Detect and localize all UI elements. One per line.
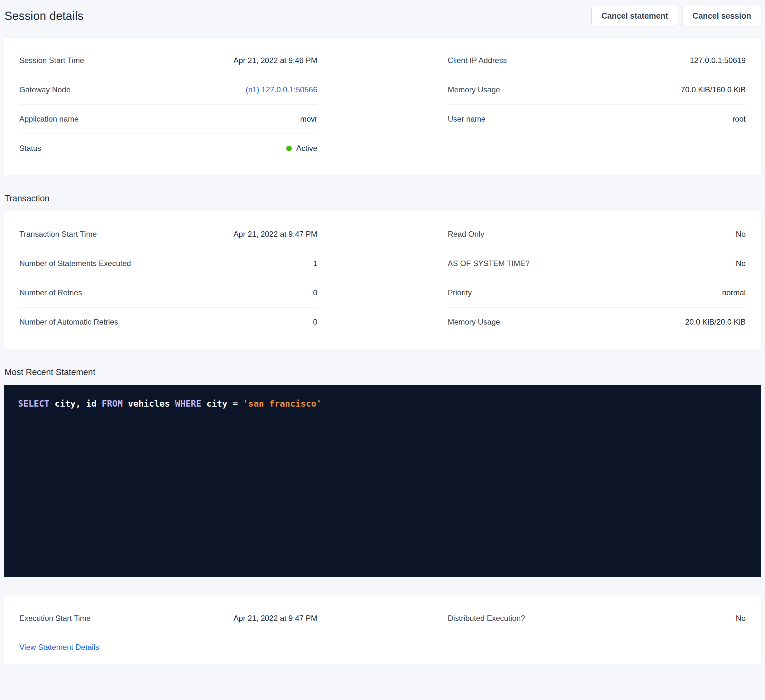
sql-text: city, id: [50, 399, 102, 408]
row-label: Priority: [448, 288, 472, 297]
row-label: Memory Usage: [448, 317, 501, 326]
row-label: Gateway Node: [19, 85, 71, 94]
distributed-execution-row: Distributed Execution? No: [448, 604, 746, 633]
page-header: Session details Cancel statement Cancel …: [4, 6, 761, 26]
sql-text: vehicles: [123, 399, 175, 408]
status-active-icon: [286, 146, 292, 151]
priority-row: Priority normal: [448, 278, 746, 308]
status-badge: Active: [286, 144, 317, 153]
sql-keyword: FROM: [102, 399, 123, 408]
sql-text: city =: [201, 399, 243, 408]
session-summary-right-column: Client IP Address 127.0.0.1:50619 Memory…: [448, 46, 746, 133]
row-label: Number of Statements Executed: [19, 259, 131, 268]
execution-left-column: Execution Start Time Apr 21, 2022 at 9:4…: [19, 604, 318, 652]
row-label: Session Start Time: [19, 56, 84, 65]
row-value: Apr 21, 2022 at 9:47 PM: [233, 614, 317, 623]
row-value: 0: [313, 288, 317, 297]
row-label: Memory Usage: [448, 85, 501, 94]
cancel-session-button[interactable]: Cancel session: [683, 6, 761, 26]
transaction-left-column: Transaction Start Time Apr 21, 2022 at 9…: [19, 220, 318, 336]
session-summary-left-column: Session Start Time Apr 21, 2022 at 9:46 …: [19, 46, 318, 163]
application-name-row: Application name movr: [19, 105, 318, 134]
execution-card: Execution Start Time Apr 21, 2022 at 9:4…: [4, 595, 761, 664]
cancel-statement-button[interactable]: Cancel statement: [592, 6, 678, 26]
row-value: root: [732, 115, 746, 124]
row-label: AS OF SYSTEM TIME?: [448, 259, 530, 268]
row-label: User name: [448, 115, 486, 124]
row-value: 0: [313, 317, 317, 326]
number-of-retries-row: Number of Retries 0: [19, 278, 318, 308]
header-actions: Cancel statement Cancel session: [592, 6, 761, 26]
execution-right-column: Distributed Execution? No: [448, 604, 746, 633]
statement-section-heading: Most Recent Statement: [4, 367, 761, 377]
row-label: Transaction Start Time: [19, 230, 97, 239]
execution-grid: Execution Start Time Apr 21, 2022 at 9:4…: [19, 604, 746, 652]
row-label: Client IP Address: [448, 56, 507, 65]
automatic-retries-row: Number of Automatic Retries 0: [19, 308, 318, 336]
row-label: Execution Start Time: [19, 614, 90, 623]
execution-start-time-row: Execution Start Time Apr 21, 2022 at 9:4…: [19, 604, 318, 633]
gateway-node-link[interactable]: (n1) 127.0.0.1:50566: [246, 85, 318, 94]
status-label: Active: [296, 144, 317, 153]
sql-keyword: WHERE: [175, 399, 201, 408]
row-value: 1: [313, 259, 317, 268]
session-start-time-row: Session Start Time Apr 21, 2022 at 9:46 …: [19, 46, 318, 75]
row-value: 20.0 KiB/20.0 KiB: [685, 317, 746, 326]
as-of-system-time-row: AS OF SYSTEM TIME? No: [448, 249, 746, 278]
row-label: Application name: [19, 115, 79, 124]
row-value: Apr 21, 2022 at 9:46 PM: [233, 56, 317, 65]
memory-usage-row: Memory Usage 70.0 KiB/160.0 KiB: [448, 75, 746, 105]
statements-executed-row: Number of Statements Executed 1: [19, 249, 318, 278]
row-value: No: [736, 230, 746, 239]
row-value: normal: [722, 288, 746, 297]
sql-statement-box: SELECT city, id FROM vehicles WHERE city…: [4, 385, 761, 577]
transaction-memory-usage-row: Memory Usage 20.0 KiB/20.0 KiB: [448, 308, 746, 336]
sql-keyword: SELECT: [18, 399, 50, 408]
view-statement-details-link[interactable]: View Statement Details: [19, 643, 99, 652]
page-title: Session details: [5, 9, 83, 23]
client-ip-row: Client IP Address 127.0.0.1:50619: [448, 46, 746, 75]
row-label: Read Only: [448, 230, 484, 239]
row-label: Status: [19, 144, 41, 153]
row-label: Number of Automatic Retries: [19, 317, 118, 326]
sql-string-literal: 'san francisco': [243, 399, 322, 408]
row-value: Apr 21, 2022 at 9:47 PM: [233, 230, 317, 239]
session-summary-card: Session Start Time Apr 21, 2022 at 9:46 …: [4, 38, 761, 175]
session-summary-grid: Session Start Time Apr 21, 2022 at 9:46 …: [19, 46, 746, 163]
status-row: Status Active: [19, 134, 318, 163]
row-value: 127.0.0.1:50619: [690, 56, 746, 65]
user-name-row: User name root: [448, 105, 746, 133]
transaction-start-time-row: Transaction Start Time Apr 21, 2022 at 9…: [19, 220, 318, 249]
row-label: Number of Retries: [19, 288, 82, 297]
transaction-grid: Transaction Start Time Apr 21, 2022 at 9…: [19, 220, 746, 336]
row-value: 70.0 KiB/160.0 KiB: [681, 85, 746, 94]
row-label: Distributed Execution?: [448, 614, 525, 623]
transaction-right-column: Read Only No AS OF SYSTEM TIME? No Prior…: [448, 220, 746, 336]
transaction-section-heading: Transaction: [4, 194, 761, 204]
row-value: movr: [300, 115, 317, 124]
transaction-card: Transaction Start Time Apr 21, 2022 at 9…: [4, 211, 761, 349]
row-value: No: [736, 614, 746, 623]
read-only-row: Read Only No: [448, 220, 746, 249]
row-value: No: [736, 259, 746, 268]
gateway-node-row: Gateway Node (n1) 127.0.0.1:50566: [19, 75, 318, 105]
session-details-page: Session details Cancel statement Cancel …: [0, 0, 765, 664]
